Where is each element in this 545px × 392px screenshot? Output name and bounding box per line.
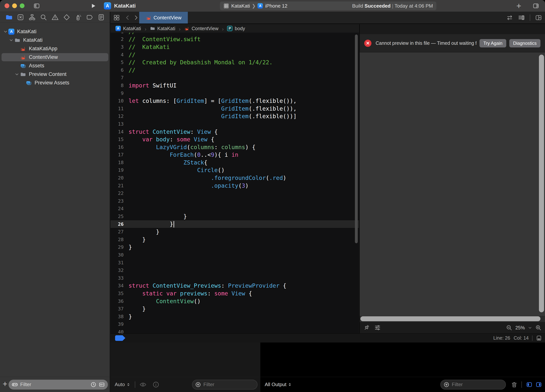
code-line-12[interactable]: 12 GridItem(.flexible())]	[111, 113, 359, 120]
editor-options-icon[interactable]	[518, 14, 525, 21]
disclosure-chevron-icon[interactable]	[3, 29, 8, 35]
diagnostics-button[interactable]: Diagnostics	[509, 39, 540, 48]
breadcrumb-item[interactable]: AKataKati	[115, 26, 141, 31]
source-control-status-icon[interactable]	[99, 382, 105, 388]
project-navigator-icon[interactable]	[5, 14, 12, 21]
add-item-button[interactable]: +	[3, 380, 7, 389]
toggle-navigator-icon[interactable]	[33, 2, 40, 10]
code-line-8[interactable]: 8import SwiftUI	[111, 82, 359, 89]
preview-horizontal-scrollbar[interactable]	[360, 316, 540, 321]
console-view[interactable]: All Output Filter	[260, 343, 545, 392]
code-line-18[interactable]: 18 ZStack{	[111, 159, 359, 166]
clear-console-icon[interactable]	[511, 381, 518, 388]
try-again-button[interactable]: Try Again	[479, 39, 506, 48]
code-line-9[interactable]: 9	[111, 89, 359, 97]
toggle-inspector-icon[interactable]	[532, 2, 540, 10]
library-button[interactable]: +	[515, 2, 523, 10]
code-line-40[interactable]: 40	[111, 328, 359, 333]
disclosure-chevron-icon[interactable]	[14, 72, 20, 77]
go-back-icon[interactable]	[124, 14, 131, 21]
breadcrumb-item[interactable]: Pbody	[227, 26, 245, 31]
zoom-out-icon[interactable]	[506, 325, 512, 331]
scheme-name[interactable]: KataKati	[231, 3, 250, 9]
code-line-15[interactable]: 15 var body: some View {	[111, 135, 359, 143]
code-line-29[interactable]: 29}	[111, 243, 359, 251]
code-line-34[interactable]: 34struct ContentView_Previews: PreviewPr…	[111, 282, 359, 290]
code-line-37[interactable]: 37 }	[111, 305, 359, 313]
breakpoints-toggle-button[interactable]	[115, 335, 125, 341]
code-line-21[interactable]: 21 .opacity(3)	[111, 182, 359, 190]
variables-scope-selector[interactable]: Auto	[115, 382, 131, 387]
code-line-39[interactable]: 39	[111, 320, 359, 328]
code-line-38[interactable]: 38}	[111, 313, 359, 320]
zoom-level[interactable]: 25%	[515, 325, 525, 331]
code-line-28[interactable]: 28 }	[111, 236, 359, 243]
code-line-7[interactable]: 7	[111, 74, 359, 82]
tree-item-preview-content[interactable]: Preview Content	[0, 70, 110, 78]
code-line-35[interactable]: 35 static var previews: some View {	[111, 289, 359, 297]
code-line-30[interactable]: 30	[111, 251, 359, 259]
code-line-1[interactable]: 1//	[111, 33, 359, 36]
compare-versions-icon[interactable]	[506, 14, 513, 21]
code-line-19[interactable]: 19 Circle()	[111, 166, 359, 174]
show-variables-view-icon[interactable]	[526, 381, 533, 388]
minimap-toggle-icon[interactable]	[536, 335, 542, 341]
code-line-27[interactable]: 27 }	[111, 228, 359, 236]
tree-item-katakatiapp[interactable]: KataKatiApp	[0, 44, 110, 53]
code-line-24[interactable]: 24	[111, 205, 359, 213]
tree-item-katakati[interactable]: AKataKati	[0, 27, 110, 36]
quicklook-eye-icon[interactable]	[139, 381, 147, 388]
code-line-14[interactable]: 14struct ContentView: View {	[111, 128, 359, 136]
build-status[interactable]: Build Succeeded | Today at 4:06 PM	[352, 3, 433, 9]
test-navigator-icon[interactable]	[63, 14, 70, 21]
run-button[interactable]	[89, 2, 97, 10]
breakpoint-navigator-icon[interactable]	[86, 14, 93, 21]
code-line-5[interactable]: 5// Created by Debashish Mondal on 1/4/2…	[111, 58, 359, 66]
breadcrumb-item[interactable]: ContentView	[184, 26, 218, 31]
code-line-23[interactable]: 23	[111, 197, 359, 205]
minimize-window-button[interactable]	[12, 3, 17, 8]
find-navigator-icon[interactable]	[40, 14, 47, 21]
tree-item-katakati[interactable]: KataKati	[0, 36, 110, 44]
code-line-10[interactable]: 10let columns: [GridItem] = [GridItem(.f…	[111, 97, 359, 105]
preview-vertical-scrollbar[interactable]	[539, 55, 544, 312]
issue-navigator-icon[interactable]	[51, 14, 59, 21]
source-editor[interactable]: 1//2// ContentView.swift3// KataKati4//5…	[111, 33, 359, 333]
report-navigator-icon[interactable]	[98, 14, 105, 21]
tree-item-assets[interactable]: Assets	[0, 61, 110, 70]
code-line-26[interactable]: 26 }	[111, 220, 359, 228]
code-line-20[interactable]: 20 .foregroundColor(.red)	[111, 174, 359, 182]
run-destination[interactable]: iPhone 12	[265, 3, 287, 9]
navigator-filter-field[interactable]: Filter	[9, 380, 108, 390]
symbol-navigator-icon[interactable]	[29, 14, 36, 21]
console-filter-field[interactable]: Filter	[440, 380, 506, 390]
preview-settings-icon[interactable]	[374, 324, 381, 331]
code-line-22[interactable]: 22	[111, 189, 359, 197]
code-line-36[interactable]: 36 ContentView()	[111, 297, 359, 305]
code-line-13[interactable]: 13	[111, 120, 359, 128]
filter-options-icon[interactable]	[12, 381, 18, 388]
editor-scrollbar[interactable]	[355, 35, 358, 243]
code-line-17[interactable]: 17 ForEach(0..<9){ i in	[111, 151, 359, 159]
tree-item-preview-assets[interactable]: Preview Assets	[0, 78, 110, 87]
debug-navigator-icon[interactable]	[75, 14, 82, 21]
code-line-31[interactable]: 31	[111, 259, 359, 267]
close-window-button[interactable]	[5, 3, 9, 8]
scheme-selector[interactable]: KataKati ❯ A iPhone 12 Build Succeeded |…	[220, 1, 436, 10]
code-line-11[interactable]: 11 GridItem(.flexible()),	[111, 105, 359, 113]
source-control-navigator-icon[interactable]	[17, 14, 24, 21]
code-line-4[interactable]: 4//	[111, 51, 359, 59]
code-line-16[interactable]: 16 LazyVGrid(columns: columns) {	[111, 143, 359, 151]
breadcrumb-item[interactable]: KataKati	[150, 26, 175, 31]
console-scope-selector[interactable]: All Output	[265, 382, 292, 387]
zoom-menu-chevron-icon[interactable]	[528, 326, 532, 330]
code-line-32[interactable]: 32	[111, 266, 359, 274]
disclosure-chevron-icon[interactable]	[8, 37, 14, 43]
tab-contentview[interactable]: ContentView	[139, 12, 188, 24]
code-line-25[interactable]: 25 }	[111, 212, 359, 220]
print-description-icon[interactable]	[152, 381, 160, 388]
variables-filter-field[interactable]: Filter	[192, 380, 258, 390]
go-forward-icon[interactable]	[133, 14, 139, 21]
split-editor-icon[interactable]	[535, 14, 542, 21]
code-line-2[interactable]: 2// ContentView.swift	[111, 36, 359, 43]
